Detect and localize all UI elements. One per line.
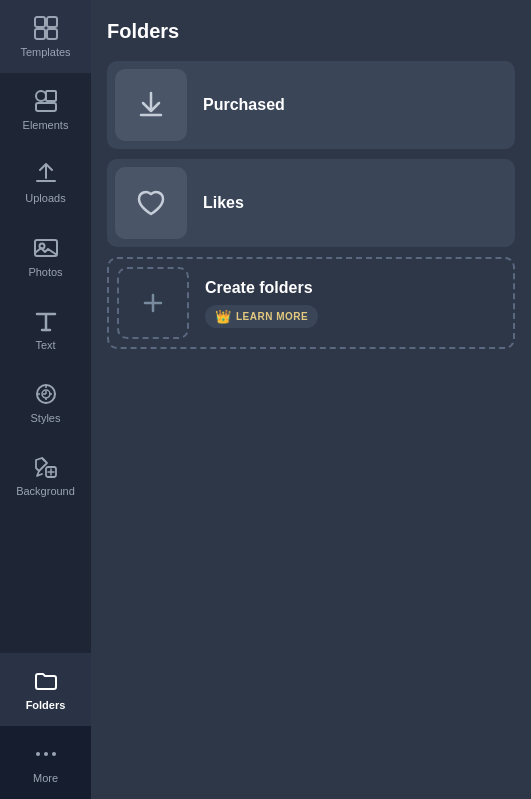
- svg-rect-2: [35, 29, 45, 39]
- sidebar-item-label-background: Background: [16, 485, 75, 498]
- create-folder-label: Create folders: [205, 279, 318, 297]
- sidebar-item-label-photos: Photos: [28, 266, 62, 279]
- svg-rect-5: [46, 91, 56, 101]
- sidebar-item-label-more: More: [33, 772, 58, 785]
- sidebar-item-label-styles: Styles: [31, 412, 61, 425]
- page-title: Folders: [107, 20, 515, 43]
- svg-rect-0: [35, 17, 45, 27]
- create-folder-info: Create folders 👑 LEARN MORE: [197, 279, 318, 328]
- styles-icon: [32, 380, 60, 408]
- purchased-folder-card[interactable]: Purchased: [107, 61, 515, 149]
- sidebar-item-label-templates: Templates: [20, 46, 70, 59]
- elements-icon: [32, 87, 60, 115]
- purchased-folder-label: Purchased: [195, 96, 285, 114]
- create-folder-card[interactable]: Create folders 👑 LEARN MORE: [107, 257, 515, 349]
- sidebar-item-label-uploads: Uploads: [25, 192, 65, 205]
- photos-icon: [32, 234, 60, 262]
- learn-more-button[interactable]: 👑 LEARN MORE: [205, 305, 318, 328]
- purchased-icon-box: [115, 69, 187, 141]
- text-icon: [32, 307, 60, 335]
- sidebar-item-photos[interactable]: Photos: [0, 220, 91, 293]
- sidebar-item-folders[interactable]: Folders: [0, 653, 91, 726]
- more-icon: [32, 740, 60, 768]
- sidebar-item-styles[interactable]: Styles: [0, 366, 91, 439]
- sidebar-item-label-folders: Folders: [26, 699, 66, 712]
- create-folder-icon-box: [117, 267, 189, 339]
- svg-rect-1: [47, 17, 57, 27]
- sidebar-item-elements[interactable]: Elements: [0, 73, 91, 146]
- sidebar: Templates Elements Uploads: [0, 0, 91, 799]
- sidebar-item-text[interactable]: Text: [0, 293, 91, 366]
- sidebar-item-templates[interactable]: Templates: [0, 0, 91, 73]
- sidebar-item-more[interactable]: More: [0, 726, 91, 799]
- main-panel: Folders Purchased Likes Create folders: [91, 0, 531, 799]
- likes-folder-label: Likes: [195, 194, 244, 212]
- likes-icon-box: [115, 167, 187, 239]
- templates-icon: [32, 14, 60, 42]
- svg-rect-3: [47, 29, 57, 39]
- sidebar-item-label-elements: Elements: [23, 119, 69, 132]
- uploads-icon: [32, 160, 60, 188]
- svg-point-4: [36, 91, 46, 101]
- sidebar-item-background[interactable]: Background: [0, 439, 91, 512]
- sidebar-item-uploads[interactable]: Uploads: [0, 146, 91, 219]
- svg-rect-6: [36, 103, 56, 111]
- folders-icon: [32, 667, 60, 695]
- crown-icon: 👑: [215, 309, 231, 324]
- background-icon: [32, 453, 60, 481]
- likes-folder-card[interactable]: Likes: [107, 159, 515, 247]
- sidebar-item-label-text: Text: [35, 339, 55, 352]
- learn-more-label: LEARN MORE: [236, 311, 308, 322]
